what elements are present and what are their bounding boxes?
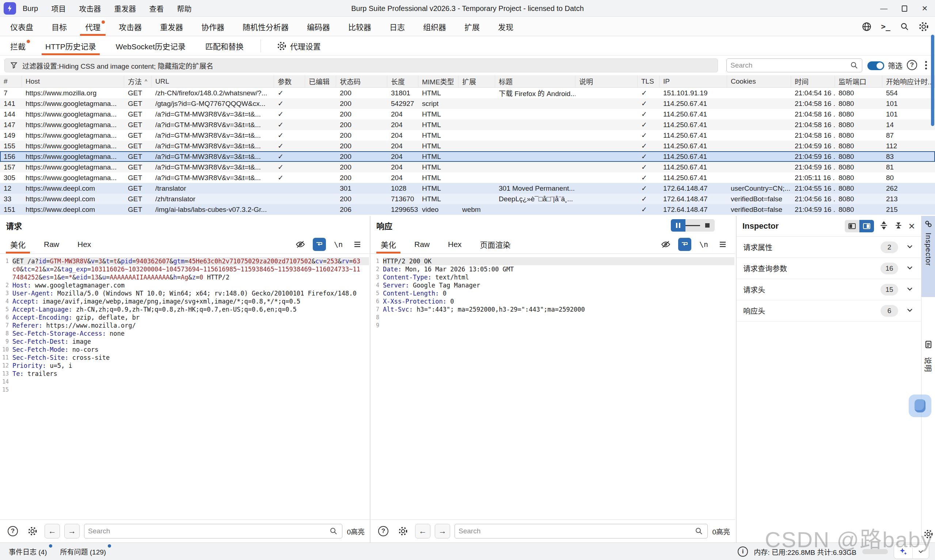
main-tab-12[interactable]: 发现 bbox=[493, 17, 518, 36]
main-tab-2[interactable]: 代理 bbox=[80, 17, 106, 36]
table-row[interactable]: 157https://www.googletagmana...GET/a?id=… bbox=[0, 162, 935, 172]
all-issues-button[interactable]: 所有问题 (129) bbox=[60, 546, 111, 556]
column-header-13[interactable]: IP bbox=[660, 75, 727, 87]
terminal-icon[interactable]: >_ bbox=[880, 21, 891, 32]
ai-sparkles-button[interactable] bbox=[894, 545, 912, 558]
column-header-16[interactable]: 监听端口 bbox=[835, 75, 883, 87]
request-tab-1[interactable]: Raw bbox=[39, 235, 64, 254]
main-tab-10[interactable]: 组织器 bbox=[418, 17, 451, 36]
editor-menu-icon[interactable] bbox=[716, 238, 729, 251]
sub-tab-3[interactable]: 匹配和替换 bbox=[200, 37, 249, 55]
newline-marker-icon[interactable]: \n bbox=[332, 238, 345, 251]
request-search-input[interactable] bbox=[85, 527, 328, 535]
menu-item-2[interactable]: 攻击器 bbox=[79, 3, 101, 14]
column-header-11[interactable]: 说明 bbox=[575, 75, 638, 87]
main-tab-9[interactable]: 日志 bbox=[384, 17, 410, 36]
event-log-button[interactable]: 事件日志 (4) bbox=[9, 546, 52, 556]
response-editor[interactable]: 1HTTP/2 200 OK2Date: Mon, 16 Mar 2026 13… bbox=[371, 254, 734, 519]
response-tab-0[interactable]: 美化 bbox=[375, 235, 401, 254]
table-scrollbar[interactable] bbox=[931, 35, 934, 126]
more-options-icon[interactable] bbox=[922, 59, 929, 71]
table-row[interactable]: 156https://www.googletagmana...GET/a?id=… bbox=[0, 151, 935, 162]
close-button[interactable]: ✕ bbox=[915, 0, 935, 17]
menu-item-1[interactable]: 项目 bbox=[51, 3, 66, 14]
menu-item-5[interactable]: 帮助 bbox=[177, 3, 191, 14]
column-header-0[interactable]: # bbox=[0, 75, 22, 87]
history-search-input[interactable] bbox=[727, 62, 849, 69]
chevron-down-icon[interactable] bbox=[906, 263, 914, 274]
response-tab-3[interactable]: 页面渲染 bbox=[475, 235, 515, 254]
column-header-14[interactable]: Cookies bbox=[727, 75, 791, 87]
footer-gear-icon[interactable] bbox=[25, 524, 40, 538]
main-tab-1[interactable]: 目标 bbox=[46, 17, 72, 36]
table-row[interactable]: 33https://www.deepl.comGET/zh/translator… bbox=[0, 194, 935, 204]
column-header-12[interactable]: TLS bbox=[638, 75, 660, 87]
inspector-dock-left-button[interactable] bbox=[845, 220, 860, 232]
inspector-dock-right-button[interactable] bbox=[860, 220, 874, 232]
response-tab-2[interactable]: Hex bbox=[443, 235, 467, 254]
request-tab-0[interactable]: 美化 bbox=[5, 235, 31, 254]
settings-gear-icon[interactable] bbox=[918, 21, 929, 32]
stacked-layout-button[interactable] bbox=[686, 219, 700, 232]
inspector-section-3[interactable]: 响应头6 bbox=[737, 300, 921, 322]
column-header-10[interactable]: 标题 bbox=[495, 75, 575, 87]
collapse-all-icon[interactable] bbox=[894, 221, 903, 232]
maximize-button[interactable] bbox=[894, 0, 915, 17]
table-row[interactable]: 144https://www.googletagmana...GET/a?id=… bbox=[0, 109, 935, 120]
main-tab-0[interactable]: 仪表盘 bbox=[5, 17, 38, 36]
menu-item-4[interactable]: 查看 bbox=[149, 3, 164, 14]
column-header-9[interactable]: 扩展 bbox=[458, 75, 495, 87]
column-header-3[interactable]: URL bbox=[152, 75, 274, 87]
word-wrap-icon[interactable] bbox=[678, 238, 691, 251]
newline-marker-icon[interactable]: \n bbox=[697, 238, 710, 251]
table-row[interactable]: 7https://www.mozilla.orgGET/zh-CN/firefo… bbox=[0, 88, 935, 98]
table-row[interactable]: 141https://www.googletagmana...GET/gtag/… bbox=[0, 98, 935, 109]
request-editor[interactable]: 1GET /a?id=GTM-MW3R8V&v=3&t=t&pid=940362… bbox=[0, 254, 369, 519]
column-header-17[interactable]: 开始响应计时... bbox=[883, 75, 935, 87]
column-header-8[interactable]: MIME类型 bbox=[418, 75, 458, 87]
notes-strip-tab[interactable]: 说明 bbox=[921, 340, 935, 372]
sub-tab-4[interactable]: 代理设置 bbox=[272, 37, 326, 55]
next-match-button[interactable]: → bbox=[435, 524, 450, 538]
chevron-down-icon[interactable] bbox=[906, 306, 914, 316]
main-tab-11[interactable]: 扩展 bbox=[459, 17, 485, 36]
sub-tab-0[interactable]: 拦截 bbox=[5, 37, 31, 55]
main-tab-8[interactable]: 比较器 bbox=[343, 17, 376, 36]
request-tab-2[interactable]: Hex bbox=[72, 235, 96, 254]
column-header-6[interactable]: 状态码 bbox=[336, 75, 387, 87]
chevron-down-icon[interactable] bbox=[906, 242, 914, 252]
response-search-input[interactable] bbox=[455, 527, 694, 535]
inspector-section-2[interactable]: 请求头15 bbox=[737, 279, 921, 300]
filter-settings-bar[interactable]: 过滤器设置:Hiding CSS and image content; 隐藏指定… bbox=[5, 58, 718, 72]
column-header-5[interactable]: 已编辑 bbox=[305, 75, 336, 87]
table-row[interactable]: 151https://www.deepl.comGET/img/ai-labs/… bbox=[0, 204, 935, 215]
table-row[interactable]: 12https://www.deepl.comGET/translator301… bbox=[0, 183, 935, 194]
column-header-7[interactable]: 长度 bbox=[387, 75, 418, 87]
column-header-1[interactable]: Host bbox=[22, 75, 124, 87]
sub-tab-1[interactable]: HTTP历史记录 bbox=[40, 37, 101, 55]
column-header-4[interactable]: 参数 bbox=[274, 75, 305, 87]
inspector-strip-tab[interactable]: Inspector bbox=[921, 216, 935, 297]
next-match-button[interactable]: → bbox=[64, 524, 80, 538]
minimize-button[interactable]: — bbox=[873, 0, 894, 17]
footer-help-icon[interactable]: ? bbox=[5, 524, 20, 538]
expand-all-icon[interactable] bbox=[879, 221, 889, 232]
browser-globe-icon[interactable] bbox=[861, 21, 872, 32]
column-header-15[interactable]: 时间 bbox=[791, 75, 835, 87]
main-tab-4[interactable]: 重发器 bbox=[155, 17, 188, 36]
prev-match-button[interactable]: ← bbox=[45, 524, 60, 538]
prev-match-button[interactable]: ← bbox=[415, 524, 431, 538]
table-row[interactable]: 149https://www.googletagmana...GET/a?id=… bbox=[0, 130, 935, 141]
menu-item-3[interactable]: 重发器 bbox=[114, 3, 136, 14]
search-icon[interactable] bbox=[899, 21, 910, 32]
main-tab-3[interactable]: 攻击器 bbox=[114, 17, 147, 36]
footer-help-icon[interactable]: ? bbox=[375, 524, 391, 538]
single-layout-button[interactable] bbox=[700, 219, 715, 232]
main-tab-6[interactable]: 随机性分析器 bbox=[237, 17, 294, 36]
ai-dropdown-button[interactable] bbox=[912, 545, 929, 558]
chevron-down-icon[interactable] bbox=[906, 285, 914, 295]
response-tab-1[interactable]: Raw bbox=[409, 235, 435, 254]
inspector-section-1[interactable]: 请求查询参数16 bbox=[737, 258, 921, 279]
table-row[interactable]: 305https://www.googletagmana...GET/a?id=… bbox=[0, 172, 935, 183]
inspector-close-icon[interactable]: × bbox=[908, 221, 915, 232]
